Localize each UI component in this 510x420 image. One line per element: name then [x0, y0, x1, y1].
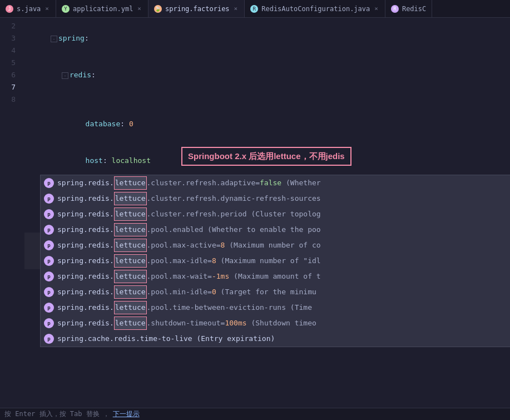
tab-redis[interactable]: R RedisAutoConfiguration.java ×	[245, 0, 385, 17]
line-num: 4	[0, 45, 16, 57]
ac-item-0[interactable]: p spring.redis.lettuce.cluster.refresh.a…	[41, 175, 510, 191]
ac-item-6[interactable]: p spring.redis.lettuce.pool.max-wait=-1m…	[41, 269, 510, 284]
tab-icon-yml: Y	[62, 5, 70, 13]
tab-close-yml[interactable]: ×	[136, 4, 142, 13]
ac-highlight-6: lettuce	[114, 270, 147, 283]
ac-suffix-9: .shutdown-timeout=100ms (Shutdown timeo	[147, 317, 316, 329]
tab-icon-factories: 🍃	[154, 5, 162, 13]
code-area[interactable]: -spring: -redis: database: 0 host: local…	[20, 18, 510, 408]
ac-prefix-5: spring.redis.	[57, 255, 114, 267]
line-num: 8	[0, 93, 16, 106]
ac-suffix-8: .pool.time-between-eviction-runs (Time	[147, 302, 312, 314]
editor: 2 3 4 5 6 7 8 -spring: -redis: database:…	[0, 18, 510, 408]
ac-icon-6: p	[44, 271, 54, 281]
tab-yml[interactable]: Y application.yml ×	[56, 0, 148, 17]
tab-java[interactable]: J s.java ×	[0, 0, 56, 17]
fold-marker-redis[interactable]: -	[62, 72, 68, 79]
ac-suffix-0: .cluster.refresh.adaptive=false (Whether	[147, 177, 321, 189]
ac-item-7[interactable]: p spring.redis.lettuce.pool.min-idle=0 (…	[41, 284, 510, 300]
ac-icon-2: p	[44, 209, 54, 219]
yaml-val-database: 0	[129, 120, 133, 128]
ac-prefix-0: spring.redis.	[57, 177, 114, 189]
ac-icon-10: p	[44, 334, 54, 344]
ac-suffix-5: .pool.max-idle=8 (Maximum number of "idl	[147, 255, 321, 267]
tab-label-java: s.java	[17, 5, 41, 13]
ac-suffix-6: .pool.max-wait=-1ms (Maximum amount of t	[147, 270, 321, 283]
tab-bar: J s.java × Y application.yml × 🍃 spring.…	[0, 0, 510, 18]
status-hint: 按 Enter 插入，按 Tab 替换	[4, 409, 100, 419]
ac-prefix-3: spring.redis.	[57, 224, 114, 236]
yaml-key-spring: spring	[58, 34, 85, 42]
ac-highlight-7: lettuce	[114, 285, 147, 299]
line-num: 7	[0, 81, 16, 93]
line-num: 5	[0, 57, 16, 69]
tab-factories[interactable]: 🍃 spring.factories ×	[148, 0, 245, 17]
tab-label-yml: application.yml	[73, 5, 133, 13]
ac-suffix-2: .cluster.refresh.period (Cluster topolog	[147, 208, 321, 220]
code-line-3: -redis:	[24, 57, 510, 93]
ac-icon-7: p	[44, 287, 54, 297]
ac-prefix-7: spring.redis.	[57, 286, 114, 298]
ac-icon-4: p	[44, 240, 54, 250]
ac-suffix-1: .cluster.refresh.dynamic-refresh-sources	[147, 192, 321, 205]
line-num: 2	[0, 20, 16, 32]
ac-highlight-3: lettuce	[114, 223, 147, 236]
tab-icon-java: J	[6, 5, 13, 13]
status-link[interactable]: 下一提示	[113, 409, 140, 419]
ac-item-2[interactable]: p spring.redis.lettuce.cluster.refresh.p…	[41, 206, 510, 222]
ac-prefix-8: spring.redis.	[57, 302, 114, 314]
ac-icon-0: p	[44, 178, 54, 188]
ac-highlight-1: lettuce	[114, 192, 147, 205]
tab-close-factories[interactable]: ×	[233, 4, 239, 13]
tab-close-redis[interactable]: ×	[373, 4, 379, 13]
status-bar: 按 Enter 插入，按 Tab 替换 ， 下一提示	[0, 408, 510, 420]
ac-prefix-10: spring.cache.redis.time-to-live (Entry e…	[57, 333, 275, 345]
ac-icon-9: p	[44, 318, 54, 328]
tab-label-redis: RedisAutoConfiguration.java	[261, 5, 370, 13]
ac-highlight-5: lettuce	[114, 254, 147, 268]
ac-highlight-2: lettuce	[114, 207, 147, 221]
tab-icon-redis2: R	[391, 5, 399, 13]
tab-label-redis2: RedisC	[402, 5, 426, 13]
tab-label-factories: spring.factories	[165, 5, 230, 13]
tab-redis2[interactable]: R RedisC	[385, 0, 432, 17]
tab-icon-redis: R	[250, 5, 258, 13]
ac-item-10[interactable]: p spring.cache.redis.time-to-live (Entry…	[41, 331, 510, 347]
ac-highlight-0: lettuce	[114, 176, 147, 190]
yaml-val-host: localhost	[112, 156, 151, 165]
ac-item-9[interactable]: p spring.redis.lettuce.shutdown-timeout=…	[41, 315, 510, 331]
code-line-6: host: localhost	[24, 142, 510, 179]
line-numbers: 2 3 4 5 6 7 8	[0, 18, 20, 408]
ac-icon-8: p	[44, 303, 54, 313]
line-num: 6	[0, 69, 16, 81]
yaml-key-redis: redis	[70, 71, 91, 79]
ac-item-1[interactable]: p spring.redis.lettuce.cluster.refresh.d…	[41, 191, 510, 206]
tab-close-java[interactable]: ×	[44, 4, 50, 13]
ac-highlight-9: lettuce	[114, 317, 147, 330]
ac-item-5[interactable]: p spring.redis.lettuce.pool.max-idle=8 (…	[41, 253, 510, 269]
ac-prefix-2: spring.redis.	[57, 208, 114, 220]
ac-suffix-3: .pool.enabled (Whether to enable the poo	[147, 224, 321, 236]
ac-prefix-9: spring.redis.	[57, 317, 114, 329]
ac-highlight-4: lettuce	[114, 239, 147, 252]
ac-icon-3: p	[44, 225, 54, 235]
ac-item-4[interactable]: p spring.redis.lettuce.pool.max-active=8…	[41, 238, 510, 253]
line-num: 3	[0, 32, 16, 45]
yaml-key-database: database	[86, 120, 121, 128]
code-line-5: database: 0	[24, 106, 510, 142]
code-line-2: -spring:	[24, 20, 510, 57]
ac-suffix-4: .pool.max-active=8 (Maximum number of co	[147, 239, 321, 251]
ac-item-3[interactable]: p spring.redis.lettuce.pool.enabled (Whe…	[41, 222, 510, 238]
fold-marker-spring[interactable]: -	[51, 36, 57, 42]
code-line-4	[24, 93, 510, 106]
ac-item-8[interactable]: p spring.redis.lettuce.pool.time-between…	[41, 300, 510, 315]
yaml-key-host: host	[86, 156, 103, 165]
ac-icon-5: p	[44, 256, 54, 266]
autocomplete-dropdown[interactable]: p spring.redis.lettuce.cluster.refresh.a…	[40, 175, 510, 347]
ac-highlight-8: lettuce	[114, 301, 147, 314]
ac-prefix-4: spring.redis.	[57, 239, 114, 251]
ac-prefix-6: spring.redis.	[57, 270, 114, 283]
ac-suffix-7: .pool.min-idle=0 (Target for the minimu	[147, 286, 316, 298]
ac-prefix-1: spring.redis.	[57, 192, 114, 205]
ac-icon-1: p	[44, 194, 54, 204]
